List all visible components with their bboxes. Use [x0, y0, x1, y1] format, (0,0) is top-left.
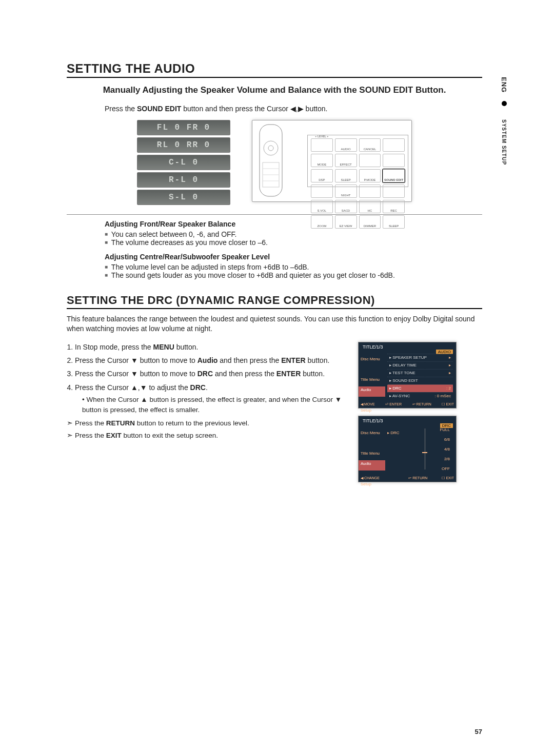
remote-button: S.VOL [311, 200, 333, 213]
bullet-list: You can select between 0, -6, and OFF. T… [105, 230, 482, 247]
osd-footer: ◀ CHANGE ↩ RETURN ☐ EXIT [361, 476, 454, 480]
hint-line: Press the EXIT button to exit the setup … [67, 431, 347, 439]
osd-side-item: Title Menu [359, 376, 385, 386]
remote-button: EZ VIEW [335, 215, 357, 229]
osd-side-item: Disc Menu [359, 356, 385, 366]
page-number: 57 [475, 728, 482, 735]
lcd-display: S-L 0 [137, 190, 230, 205]
steps-list: In Stop mode, press the MENU button. Pre… [67, 342, 347, 415]
osd-side-item: Title Menu [359, 450, 385, 460]
osd-side-item: Setup [359, 481, 385, 491]
step-item: In Stop mode, press the MENU button. [75, 342, 347, 352]
remote-button: REC [383, 200, 405, 213]
remote-button: P.MODE [359, 169, 381, 182]
step-item: Press the Cursor ▲,▼ to adjust the DRC. … [75, 382, 347, 415]
drc-scale-marker [422, 452, 427, 453]
bullet-list: The volume level can be adjusted in step… [105, 263, 482, 279]
page-title: SETTING THE AUDIO [67, 62, 482, 78]
remote-button: HC [359, 200, 381, 213]
svg-rect-0 [260, 125, 282, 196]
osd-row: ▸ DELAY TIME▸ [387, 361, 453, 369]
osd-side-item: Audio [359, 386, 385, 397]
lcd-display: C-L 0 [137, 155, 230, 170]
step-item: Press the Cursor ▼ button to move to Aud… [75, 355, 347, 365]
remote-button: ZOOM [311, 215, 333, 229]
lcd-display: R-L 0 [137, 172, 230, 188]
lcd-display: RL 0 RR 0 [137, 137, 230, 153]
intro-paragraph: This feature balances the range between … [67, 314, 482, 334]
remote-button: NIGHT [335, 185, 357, 198]
remote-button [383, 185, 405, 198]
remote-button [383, 154, 405, 167]
osd-side-item: Disc Menu [359, 430, 385, 440]
osd-side-item [359, 440, 385, 450]
osd-row: ▸ TEST TONE▸ [387, 369, 453, 377]
osd-title: TITLE/1/3 [363, 344, 383, 350]
osd-row: ▸ SOUND EDIT [387, 377, 453, 384]
section-subtitle: Adjusting Centre/Rear/Subwoofer Speaker … [105, 253, 482, 261]
remote-button: SOUND EDIT [383, 169, 405, 182]
remote-button: SACD [335, 200, 357, 213]
subheading: Manually Adjusting the Speaker Volume an… [67, 85, 482, 95]
step-note: When the Cursor ▲ button is pressed, the… [82, 395, 347, 415]
remote-button: AUDIO [335, 138, 357, 152]
osd-footer: ◀ MOVE ⏎ ENTER ↩ RETURN ☐ EXIT [361, 402, 454, 406]
remote-button [359, 154, 381, 167]
lcd-stack: FL 0 FR 0 RL 0 RR 0 C-L 0 R-L 0 S-L 0 [137, 120, 230, 205]
remote-button [311, 185, 333, 198]
osd-side-item: Audio [359, 460, 385, 471]
drc-scale-labels: FULL 6/8 4/8 2/8 OFF [440, 427, 450, 471]
remote-button: MODE [311, 154, 333, 167]
remote-button [359, 185, 381, 198]
osd-row: ▸ DRC: 2 [387, 384, 453, 392]
osd-side-menu: Disc Menu Title Menu Audio Setup [359, 430, 385, 491]
osd-side-item [359, 366, 385, 376]
osd-side-menu: Disc Menu Title Menu Audio Setup [359, 356, 385, 417]
remote-button: + LEVEL + [311, 138, 333, 152]
remote-button: DIMMER [359, 215, 381, 229]
remote-icon [256, 124, 285, 198]
remote-button: DSP [311, 169, 333, 182]
osd-row: ▸ SPEAKER SETUP▸ [387, 354, 453, 361]
instruction-line: Press the SOUND EDIT button and then pre… [105, 105, 482, 113]
osd-title: TITLE/1/3 [363, 418, 383, 423]
list-item: The sound gets louder as you move closer… [105, 271, 482, 279]
remote-button: SLEEP [335, 169, 357, 182]
remote-button [383, 138, 405, 152]
list-item: The volume decreases as you move closer … [105, 238, 482, 247]
hint-line: Press the RETURN button to return to the… [67, 419, 347, 427]
remote-illustration: + LEVEL +AUDIOCANCELMODEEFFECTDSPSLEEPP.… [252, 120, 412, 202]
osd-screenshot: TITLE/1/3 AUDIO Disc Menu Title Menu Aud… [358, 342, 457, 408]
remote-callout: + LEVEL +AUDIOCANCELMODEEFFECTDSPSLEEPP.… [307, 135, 408, 187]
lcd-display: FL 0 FR 0 [137, 120, 230, 135]
section-title: SETTING THE DRC (DYNAMIC RANGE COMPRESSI… [67, 294, 482, 309]
figures-row: FL 0 FR 0 RL 0 RR 0 C-L 0 R-L 0 S-L 0 + … [67, 120, 482, 205]
divider [67, 214, 482, 215]
osd-stack: TITLE/1/3 AUDIO Disc Menu Title Menu Aud… [358, 342, 457, 482]
step-item: Press the Cursor ▼ button to move to DRC… [75, 369, 347, 379]
osd-main-list: ▸ SPEAKER SETUP▸▸ DELAY TIME▸▸ TEST TONE… [387, 354, 453, 400]
drc-scale-axis [425, 428, 425, 469]
remote-button: SLEEP [383, 215, 405, 229]
remote-button: CANCEL [359, 138, 381, 152]
osd-screenshot: TITLE/1/3 DRC Disc Menu Title Menu Audio… [358, 416, 457, 482]
section-subtitle: Adjusting Front/Rear Speaker Balance [105, 220, 482, 228]
osd-row: ▸ AV-SYNC: 0 mSec [387, 392, 453, 400]
list-item: The volume level can be adjusted in step… [105, 263, 482, 271]
remote-button: EFFECT [335, 154, 357, 167]
list-item: You can select between 0, -6, and OFF. [105, 230, 482, 238]
osd-drc-label: ▸ DRC [387, 431, 400, 435]
